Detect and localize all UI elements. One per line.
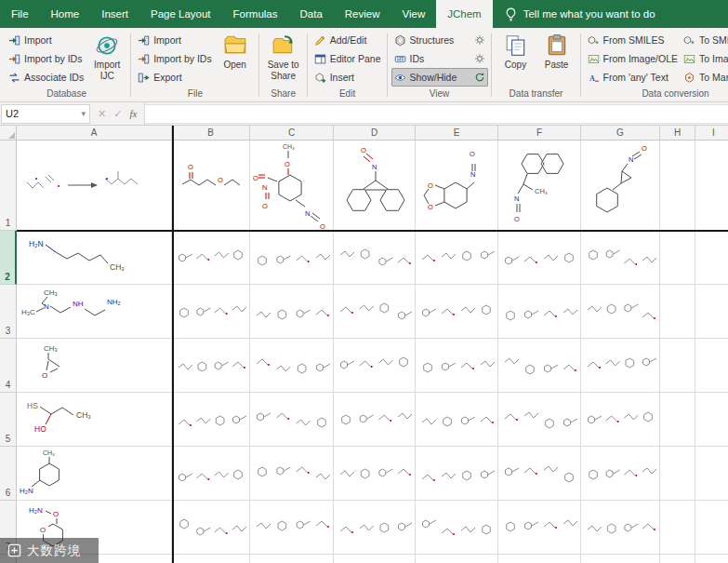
column-header-b[interactable]: B: [172, 126, 250, 141]
to-image-button[interactable]: To Image: [681, 49, 728, 68]
from-smiles-button[interactable]: sFrom SMILES: [585, 31, 682, 49]
cell-F4[interactable]: [498, 339, 581, 393]
ribbon-tab-file[interactable]: File: [0, 0, 40, 28]
cell-C5[interactable]: [250, 393, 334, 447]
cell-D5[interactable]: [334, 393, 416, 447]
cell-G7[interactable]: [581, 501, 660, 555]
open-button[interactable]: Open: [215, 30, 256, 71]
row-header-1[interactable]: 1: [0, 141, 17, 231]
cell-F8[interactable]: [498, 555, 581, 563]
select-all-corner[interactable]: [0, 126, 17, 141]
associate-ids-button[interactable]: Associate IDs: [6, 68, 86, 87]
cell-H8[interactable]: [660, 555, 695, 563]
cell-D2[interactable]: [334, 231, 416, 285]
cell-G8[interactable]: [581, 555, 660, 563]
column-header-f[interactable]: F: [498, 126, 581, 141]
cell-A5[interactable]: HSCH₃HO: [17, 393, 172, 447]
cell-H5[interactable]: [660, 393, 695, 447]
row-header-4[interactable]: 4: [0, 339, 17, 393]
column-header-a[interactable]: A: [17, 126, 172, 141]
cell-I8[interactable]: [695, 555, 728, 563]
cell-H1[interactable]: [660, 141, 695, 231]
export-button[interactable]: Export: [135, 68, 214, 87]
cell-I5[interactable]: [695, 393, 728, 447]
cell-G6[interactable]: [581, 447, 660, 501]
cell-B5[interactable]: [172, 393, 250, 447]
cell-E3[interactable]: [416, 285, 498, 339]
paste-button[interactable]: Paste: [536, 30, 577, 71]
cell-B7[interactable]: [172, 501, 250, 555]
cell-E6[interactable]: [416, 447, 498, 501]
cell-H4[interactable]: [660, 339, 695, 393]
tell-me-box[interactable]: Tell me what you want to do: [493, 0, 667, 28]
insert-button[interactable]: Insert: [311, 68, 384, 87]
cell-C2[interactable]: [250, 231, 334, 285]
import-by-ids-button[interactable]: Import by IDs: [6, 49, 86, 68]
column-header-h[interactable]: H: [660, 126, 695, 141]
row-header-3[interactable]: 3: [0, 285, 17, 339]
to-marvin-ole-button[interactable]: To Marvin OLE: [681, 68, 728, 87]
show-hide-button[interactable]: Show/Hide: [391, 68, 488, 87]
cell-H7[interactable]: [660, 501, 695, 555]
add-edit-button[interactable]: Add/Edit: [311, 31, 384, 49]
ribbon-tab-formulas[interactable]: Formulas: [222, 0, 289, 28]
cell-D4[interactable]: [334, 339, 416, 393]
cell-G1[interactable]: NO: [581, 141, 660, 231]
ribbon-tab-page-layout[interactable]: Page Layout: [139, 0, 222, 28]
cell-F6[interactable]: [498, 447, 581, 501]
cell-C8[interactable]: [250, 555, 334, 563]
cell-I1[interactable]: [695, 141, 728, 231]
column-header-g[interactable]: G: [581, 126, 660, 141]
cell-C6[interactable]: [250, 447, 334, 501]
cell-B2[interactable]: [172, 231, 250, 285]
copy-button[interactable]: Copy: [496, 30, 536, 71]
cell-A1[interactable]: [17, 141, 172, 231]
import-by-ids-button[interactable]: Import by IDs: [135, 49, 214, 68]
row-header-6[interactable]: 6: [0, 447, 17, 501]
cell-D6[interactable]: [334, 447, 416, 501]
cell-B3[interactable]: [172, 285, 250, 339]
cell-I6[interactable]: [695, 447, 728, 501]
column-header-e[interactable]: E: [416, 126, 498, 141]
import-ijc-button[interactable]: Import IJC: [86, 30, 127, 81]
name-box-dropdown-icon[interactable]: ▾: [81, 109, 86, 118]
cell-G3[interactable]: [581, 285, 660, 339]
cell-F2[interactable]: [498, 231, 581, 285]
editor-pane-button[interactable]: Editor Pane: [311, 49, 384, 68]
cell-I2[interactable]: [695, 231, 728, 285]
insert-function-button[interactable]: fx: [129, 108, 137, 119]
cell-G5[interactable]: [581, 393, 660, 447]
cell-D1[interactable]: ON: [334, 141, 416, 231]
column-header-c[interactable]: C: [250, 126, 334, 141]
cell-E8[interactable]: [416, 555, 498, 563]
name-box[interactable]: U2 ▾: [1, 104, 90, 124]
import-button[interactable]: Import: [6, 31, 86, 49]
ribbon-tab-data[interactable]: Data: [289, 0, 334, 28]
cell-F1[interactable]: CH₃NO: [498, 141, 581, 231]
cell-D7[interactable]: [334, 501, 416, 555]
cell-B8[interactable]: [172, 555, 250, 563]
gear-icon[interactable]: [474, 53, 485, 64]
column-header-d[interactable]: D: [334, 126, 416, 141]
cell-D3[interactable]: [334, 285, 416, 339]
ribbon-tab-review[interactable]: Review: [334, 0, 391, 28]
cell-C3[interactable]: [250, 285, 334, 339]
enter-button[interactable]: ✓: [113, 108, 122, 120]
cell-F3[interactable]: [498, 285, 581, 339]
cell-H3[interactable]: [660, 285, 695, 339]
cell-C4[interactable]: [250, 339, 334, 393]
cell-A4[interactable]: CH₃O: [17, 339, 172, 393]
cell-F7[interactable]: [498, 501, 581, 555]
ids-button[interactable]: 123IDs: [391, 49, 488, 68]
cell-B1[interactable]: OO: [172, 141, 250, 231]
cancel-button[interactable]: ✕: [98, 108, 106, 120]
save-to-share-button[interactable]: Save to Share: [263, 30, 304, 81]
to-smiles-button[interactable]: sTo SMILES: [681, 31, 728, 49]
import-button[interactable]: Import: [135, 31, 214, 49]
ribbon-tab-home[interactable]: Home: [40, 0, 91, 28]
cell-E1[interactable]: OONO: [416, 141, 498, 231]
cell-I7[interactable]: [695, 501, 728, 555]
cell-H6[interactable]: [660, 447, 695, 501]
from-image-ole-button[interactable]: From Image/OLE: [585, 49, 682, 68]
cell-E4[interactable]: [416, 339, 498, 393]
